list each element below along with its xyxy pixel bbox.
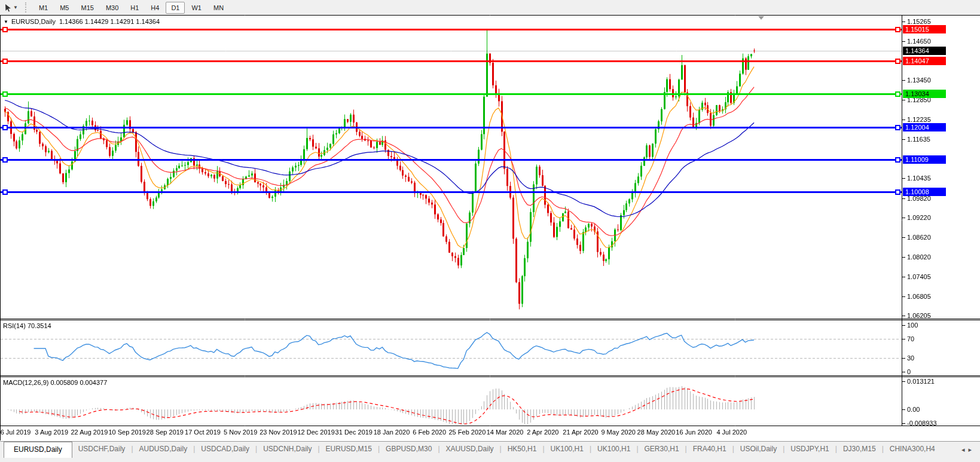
price-axis-tick: 1.12235 <box>907 115 931 124</box>
hline-price-label: 1.10008 <box>903 188 946 196</box>
chart-tab-uk100-h1[interactable]: UK100,H1 <box>545 442 590 456</box>
date-axis-label: 16 Jul 2019 <box>0 429 30 436</box>
price-axis-tick: 1.07405 <box>907 273 931 281</box>
chart-tab-ger30-h1[interactable]: GER30,H1 <box>639 442 685 456</box>
chart-tab-eurusd-daily[interactable]: EURUSD,Daily <box>4 442 72 458</box>
date-axis-label: 18 Jan 2020 <box>374 429 410 436</box>
macd-axis-tick: 0.013121 <box>907 377 935 385</box>
date-axis-label: 28 May 2020 <box>637 429 676 436</box>
date-axis-label: 22 Aug 2019 <box>71 429 108 436</box>
date-axis-label: 16 Jun 2020 <box>676 429 712 436</box>
date-axis-label: 14 Mar 2020 <box>487 429 524 436</box>
macd-axis-tick: 0.00 <box>907 405 920 414</box>
chart-tab-audusd-daily[interactable]: AUDUSD,Daily <box>133 442 194 456</box>
date-axis-label: 5 Nov 2019 <box>224 429 257 436</box>
tabs-scroll-left-icon[interactable]: ◂ <box>961 446 969 453</box>
rsi-axis-tick: 30 <box>907 354 914 362</box>
date-axis-label: 28 Sep 2019 <box>146 429 184 436</box>
date-axis-label: 9 May 2020 <box>601 429 635 436</box>
chart-ohlc-values: 1.14366 1.14429 1.14291 1.14364 <box>59 18 160 25</box>
current-price-label: 1.14364 <box>903 47 946 55</box>
price-axis-tick: 1.08020 <box>907 253 931 261</box>
chart-tab-dj30-m15[interactable]: DJ30,M15 <box>837 442 882 456</box>
price-axis-tick: 1.15265 <box>907 17 931 26</box>
chart-tab-bar: EURUSD,DailyUSDCHF,Daily|AUDUSD,Daily|US… <box>0 441 980 462</box>
chart-tab-usdcad-daily[interactable]: USDCAD,Daily <box>195 442 255 456</box>
chart-tab-fra40-h1[interactable]: FRA40,H1 <box>687 442 732 456</box>
rsi-indicator-label: RSI(14) 70.3514 <box>3 322 51 329</box>
collapse-arrow-icon[interactable]: ▼ <box>4 19 8 25</box>
chart-symbol-label: EURUSD,Daily <box>11 18 56 25</box>
price-axis-tick: 1.06205 <box>907 311 931 320</box>
date-axis-label: 4 Jul 2020 <box>716 429 747 436</box>
hline-price-label: 1.14047 <box>903 57 946 65</box>
chart-tab-uk100-h1[interactable]: UK100,H1 <box>591 442 636 456</box>
hline-price-label: 1.15015 <box>903 25 946 33</box>
chart-title: ▼ EURUSD,Daily 1.14366 1.14429 1.14291 1… <box>4 18 163 25</box>
date-axis-label: 31 Dec 2019 <box>335 429 373 436</box>
tabs-scroll-arrows[interactable]: ◂▸ <box>961 446 975 454</box>
chart-tab-usoil-daily[interactable]: USOil,Daily <box>734 442 783 456</box>
price-axis-tick: 1.10435 <box>907 174 931 182</box>
date-axis-label: 2 Apr 2020 <box>527 429 558 436</box>
price-axis-tick: 1.06805 <box>907 292 931 301</box>
price-axis-tick: 1.14650 <box>907 37 931 45</box>
date-axis-label: 25 Feb 2020 <box>449 429 486 436</box>
date-axis-label: 10 Sep 2019 <box>108 429 145 436</box>
chart-tab-gbpusd-m30[interactable]: GBPUSD,M30 <box>380 442 438 456</box>
rsi-axis-tick: 0 <box>907 368 911 376</box>
mt4-window: ▼ M1M5M15M30H1H4D1W1MN ▼ EURUSD,Daily 1.… <box>0 0 980 462</box>
chart-tab-xauusd-daily[interactable]: XAUUSD,Daily <box>440 442 500 456</box>
price-axis-tick: 1.13450 <box>907 76 931 84</box>
date-axis-label: 23 Nov 2019 <box>259 429 297 436</box>
chart-tab-usdchf-daily[interactable]: USDCHF,Daily <box>72 442 132 456</box>
hline-price-label: 1.13034 <box>903 90 946 98</box>
chart-tab-hk50-h1[interactable]: HK50,H1 <box>502 442 543 456</box>
date-axis-label: 6 Feb 2020 <box>413 429 446 436</box>
chart-tab-usdjpy-h1[interactable]: USDJPY,H1 <box>784 442 835 456</box>
chart-tab-usdcnh-daily[interactable]: USDCNH,Daily <box>257 442 317 456</box>
hline-price-label: 1.12004 <box>903 123 946 131</box>
chart-canvas[interactable] <box>0 0 980 462</box>
price-axis-tick: 1.08620 <box>907 233 931 241</box>
chart-tab-eurusd-m15[interactable]: EURUSD,M15 <box>320 442 378 456</box>
date-axis-label: 17 Oct 2019 <box>185 429 221 436</box>
macd-indicator-label: MACD(12,26,9) 0.005809 0.004377 <box>3 379 107 386</box>
rsi-axis-tick: 70 <box>907 335 914 343</box>
date-axis-label: 3 Aug 2019 <box>35 429 68 436</box>
tabs-scroll-right-icon[interactable]: ▸ <box>968 446 975 453</box>
date-axis-label: 21 Apr 2020 <box>563 429 598 436</box>
price-axis-tick: 1.09220 <box>907 213 931 222</box>
date-axis-label: 12 Dec 2019 <box>297 429 334 436</box>
price-axis-tick: 1.11635 <box>907 135 930 143</box>
chart-tab-china300-h4[interactable]: CHINA300,H4 <box>884 442 941 456</box>
macd-axis-tick: -0.008933 <box>907 419 937 427</box>
rsi-axis-tick: 100 <box>907 321 918 329</box>
hline-price-label: 1.11009 <box>903 155 946 164</box>
